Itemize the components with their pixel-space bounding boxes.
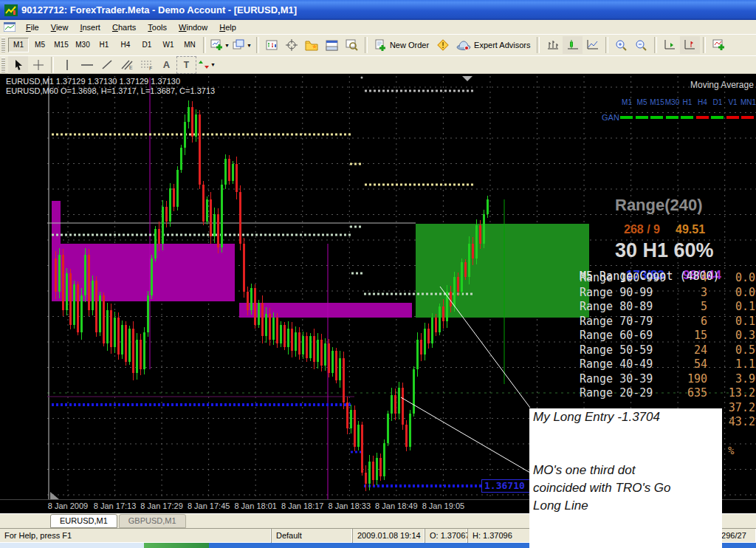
gann-signal-dash <box>666 116 678 119</box>
new-chart-icon <box>210 39 224 52</box>
new-order-button[interactable]: New Order <box>371 37 433 53</box>
expert-advisors-button[interactable]: Expert Advisors <box>453 37 534 53</box>
indicators-button[interactable] <box>709 36 729 54</box>
toolbar-grip[interactable] <box>1 58 5 72</box>
terminal-button[interactable] <box>322 36 342 54</box>
menu-view[interactable]: View <box>45 21 75 33</box>
equidistant-channel-tool[interactable]: E <box>117 56 137 74</box>
time-axis-label: 8 Jan 17:45 <box>188 501 230 510</box>
dropdown-caret: ▼ <box>210 62 216 67</box>
bar-chart-button[interactable] <box>543 36 563 54</box>
status-high: H: 1.37096 <box>467 528 534 543</box>
candlestick-chart-button[interactable] <box>563 36 583 54</box>
timeframe-m15-button[interactable]: M15 <box>51 38 72 52</box>
timeframe-m1-button[interactable]: M1 <box>8 38 29 52</box>
strategy-tester-button[interactable] <box>342 36 362 54</box>
timeframe-m30-button[interactable]: M30 <box>72 38 93 52</box>
line-chart-button[interactable] <box>583 36 602 54</box>
menu-charts[interactable]: Charts <box>106 21 142 33</box>
text-label-tool[interactable]: T <box>176 56 196 74</box>
svg-text:F: F <box>149 66 152 71</box>
price-level-label[interactable]: 1.36710 <box>481 479 534 493</box>
menu-insert[interactable]: Insert <box>74 21 106 33</box>
menu-file[interactable]: File <box>20 21 45 33</box>
new-chart-button[interactable]: ▼ <box>209 36 231 54</box>
menu-tools[interactable]: Tools <box>142 21 173 33</box>
annotation-line1: My Long Entry -1.3704 <box>533 410 714 425</box>
zoom-out-button[interactable] <box>631 36 651 54</box>
range-row-pct: 13.23 <box>724 386 756 400</box>
timeframe-h1-button[interactable]: H1 <box>94 38 114 52</box>
menu-window[interactable]: Window <box>173 21 213 33</box>
cursor-tool-button[interactable] <box>8 56 28 74</box>
menu-help[interactable]: Help <box>213 21 242 33</box>
auto-scroll-button[interactable] <box>660 36 680 54</box>
trendline-tool[interactable] <box>97 56 117 74</box>
chart-tab-gbpusdm1[interactable]: GBPUSD,M1 <box>119 514 186 528</box>
toolbar-grip[interactable] <box>1 38 5 52</box>
navigator-button[interactable] <box>302 36 322 54</box>
chart-window-icon <box>4 22 16 32</box>
range-row-pct: 43.21 <box>724 415 756 428</box>
range-stat-big: 30 H1 60% <box>615 239 714 262</box>
folder-star-icon <box>305 40 318 51</box>
gann-signal-dash <box>620 116 633 119</box>
channel-icon: E <box>120 59 134 71</box>
status-profile[interactable]: Default <box>271 528 352 543</box>
timeframe-mn-button[interactable]: MN <box>179 38 200 52</box>
timeframe-m5-button[interactable]: M5 <box>30 38 50 52</box>
title-bar[interactable]: 90127712: ForexTrader.Meta - Demo Accoun… <box>0 0 756 20</box>
vertical-line-tool[interactable] <box>57 56 77 74</box>
range-panel-title: Range(240) <box>615 196 703 215</box>
menu-bar: FileViewInsertChartsToolsWindowHelp <box>0 20 756 35</box>
timeframe-d1-button[interactable]: D1 <box>137 38 157 52</box>
tester-magnifier-icon <box>346 39 358 51</box>
gann-signal-dash <box>650 116 663 119</box>
text-tool-label: A <box>163 59 170 70</box>
range-row-pct: 0.31 <box>724 329 756 342</box>
time-axis-label: 8 Jan 17:13 <box>94 501 137 510</box>
chart-shift-button[interactable] <box>680 36 700 54</box>
zoom-in-button[interactable] <box>611 36 631 54</box>
range-row-label: Range 70-79 <box>580 315 653 328</box>
annotation-note[interactable]: My Long Entry -1.3704 MO's one third dot… <box>529 408 722 548</box>
text-tool[interactable]: A <box>157 56 176 74</box>
arrows-tool-button[interactable]: ▼ <box>196 56 217 74</box>
fibonacci-tool[interactable]: F <box>137 56 157 74</box>
time-axis-label: 8 Jan 19:05 <box>422 501 465 510</box>
timeframe-buttons: M1M5M15M30H1H4D1W1MN <box>8 38 200 52</box>
timeframe-h4-button[interactable]: H4 <box>115 38 136 52</box>
annotation-line2: MO's one third dot coincided with TRO's … <box>533 462 688 515</box>
dropdown-caret: ▼ <box>247 43 252 48</box>
fibonacci-grid-icon: F <box>140 59 154 71</box>
auto-scroll-icon <box>664 39 676 51</box>
zoom-in-icon <box>615 39 628 52</box>
chart-tab-eurusdm1[interactable]: EURUSD,M1 <box>50 514 117 528</box>
crosshair-tool-button[interactable] <box>28 56 48 74</box>
timeframe-w1-button[interactable]: W1 <box>158 38 179 52</box>
chart-shift-icon <box>684 39 696 51</box>
range-row-pct: 1.13 <box>724 357 756 371</box>
range-row-label: Range 100-999 <box>580 271 666 284</box>
gann-signal-dash <box>681 116 693 119</box>
warning-diamond-icon <box>436 38 450 52</box>
window-title: 90127712: ForexTrader.Meta - Demo Accoun… <box>21 4 297 16</box>
horizontal-line-tool[interactable] <box>77 56 97 74</box>
range-footer-percent: % <box>728 445 734 456</box>
separator <box>605 37 608 53</box>
separator <box>256 37 259 53</box>
terminal-icon <box>326 40 338 51</box>
market-watch-button[interactable] <box>262 36 282 54</box>
range-row-pct: 3.96 <box>724 372 756 386</box>
data-window-button[interactable] <box>282 36 302 54</box>
metaeditor-button[interactable] <box>433 36 453 54</box>
status-help: For Help, press F1 <box>0 528 271 543</box>
gann-tf-label: M5 <box>635 98 650 106</box>
range-row-count: 4 <box>656 271 707 284</box>
gann-tf-label: H1 <box>680 98 695 106</box>
app-icon <box>4 4 18 16</box>
dropdown-caret: ▼ <box>224 43 230 48</box>
profiles-button[interactable]: ▼ <box>231 36 253 54</box>
range-row-pct: 0.08 <box>724 271 756 284</box>
vertical-line-icon <box>62 59 72 71</box>
